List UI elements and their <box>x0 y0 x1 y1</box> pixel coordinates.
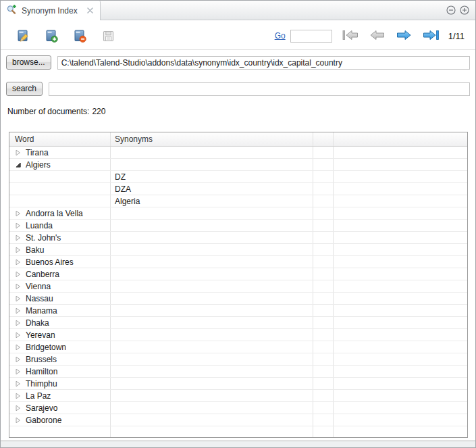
word-cell[interactable]: St. John's <box>9 232 111 243</box>
browse-button[interactable]: browse... <box>6 55 51 70</box>
table-row[interactable]: Buenos Aires <box>9 256 467 268</box>
table-row[interactable]: Gaborone <box>9 414 467 426</box>
expand-toggle-icon[interactable] <box>15 405 22 412</box>
table-row[interactable]: Algeria <box>9 195 467 207</box>
synonym-cell[interactable]: Algeria <box>111 195 313 207</box>
table-row[interactable]: Luanda <box>9 220 467 232</box>
expand-toggle-icon[interactable] <box>15 259 22 266</box>
word-cell[interactable]: Dhaka <box>9 317 111 328</box>
table-row[interactable]: Baku <box>9 244 467 256</box>
extra-cell <box>334 378 467 389</box>
add-document-icon[interactable] <box>45 29 59 43</box>
expand-toggle-icon[interactable] <box>15 332 22 339</box>
word-cell[interactable]: Sarajevo <box>9 402 111 414</box>
expand-toggle-icon[interactable] <box>15 149 22 156</box>
word-cell[interactable]: Andorra la Vella <box>9 207 111 219</box>
extra-cell <box>313 159 334 170</box>
column-header-synonyms[interactable]: Synonyms <box>111 132 313 146</box>
word-cell[interactable]: Manama <box>9 305 111 316</box>
table-row[interactable]: Algiers <box>9 159 467 171</box>
column-header-4[interactable] <box>334 132 467 146</box>
expand-toggle-icon[interactable] <box>15 320 22 326</box>
expand-toggle-icon[interactable] <box>15 344 22 351</box>
table-row[interactable]: Dhaka <box>9 317 467 329</box>
save-icon[interactable] <box>101 29 115 43</box>
synonym-label: DZ <box>115 172 126 182</box>
expand-toggle-icon[interactable] <box>15 295 22 302</box>
word-cell[interactable]: Algiers <box>9 159 111 170</box>
word-cell[interactable]: Luanda <box>9 220 111 231</box>
table-row[interactable]: Nassau <box>9 293 467 305</box>
expand-toggle-icon[interactable] <box>15 417 22 424</box>
table-row[interactable]: St. John's <box>9 232 467 244</box>
expand-toggle-icon[interactable] <box>15 283 22 290</box>
word-cell[interactable]: Canberra <box>9 268 111 280</box>
column-header-word[interactable]: Word <box>9 132 111 146</box>
previous-page-icon[interactable] <box>370 30 385 43</box>
column-header-3[interactable] <box>313 132 334 146</box>
word-cell[interactable]: Gaborone <box>9 414 111 426</box>
table-row[interactable]: La Paz <box>9 390 467 402</box>
synonym-cell[interactable]: DZA <box>111 183 313 195</box>
expand-toggle-icon[interactable] <box>15 393 22 399</box>
table-row[interactable]: Canberra <box>9 268 467 280</box>
expand-toggle-icon[interactable] <box>15 234 22 241</box>
word-cell[interactable]: Baku <box>9 244 111 255</box>
search-input[interactable] <box>49 82 470 96</box>
extra-cell <box>334 171 467 182</box>
word-cell[interactable]: Thimphu <box>9 378 111 389</box>
table-row[interactable]: Bridgetown <box>9 341 467 353</box>
first-page-icon[interactable] <box>342 30 359 43</box>
word-cell[interactable]: La Paz <box>9 390 111 401</box>
search-button[interactable]: search <box>6 82 43 96</box>
table-row[interactable]: Hamilton <box>9 366 467 378</box>
table-row[interactable]: Vienna <box>9 280 467 293</box>
table-row[interactable]: Sarajevo <box>9 402 467 414</box>
table-row[interactable] <box>9 426 467 437</box>
table-row[interactable]: Andorra la Vella <box>9 207 467 220</box>
table-row[interactable]: DZA <box>9 183 467 195</box>
word-cell[interactable]: Hamilton <box>9 366 111 377</box>
extra-cell <box>334 195 467 207</box>
word-label: Nassau <box>26 294 53 303</box>
table-row[interactable]: DZ <box>9 171 467 183</box>
collapse-toggle-icon[interactable] <box>15 161 22 168</box>
edit-index-icon[interactable] <box>16 29 30 43</box>
remove-document-icon[interactable] <box>73 29 87 43</box>
expand-toggle-icon[interactable] <box>15 210 22 217</box>
word-cell[interactable]: Tirana <box>9 147 111 158</box>
maximize-view-icon[interactable] <box>460 5 469 15</box>
synonym-cell[interactable]: DZ <box>111 171 313 182</box>
expand-toggle-icon[interactable] <box>15 247 22 253</box>
go-page-input[interactable] <box>290 30 332 43</box>
go-link[interactable]: Go <box>275 31 286 41</box>
next-page-icon[interactable] <box>396 30 411 43</box>
expand-toggle-icon[interactable] <box>15 271 22 278</box>
expand-toggle-icon[interactable] <box>15 307 22 314</box>
expand-toggle-icon[interactable] <box>15 380 22 387</box>
minimize-view-icon[interactable] <box>446 5 456 15</box>
table-row[interactable]: Yerevan <box>9 329 467 341</box>
synonym-cell <box>111 378 313 389</box>
tab-synonym-index[interactable]: Synonym Index <box>1 1 101 20</box>
expand-toggle-icon[interactable] <box>15 356 22 363</box>
close-icon[interactable] <box>86 7 94 14</box>
index-path-input[interactable] <box>57 56 470 70</box>
table-row[interactable]: Thimphu <box>9 378 467 390</box>
table-row[interactable]: Tirana <box>9 147 467 159</box>
table-row[interactable]: Manama <box>9 305 467 317</box>
synonym-search-icon <box>6 4 17 17</box>
extra-cell <box>313 232 334 243</box>
expand-toggle-icon[interactable] <box>15 368 22 375</box>
word-cell[interactable]: Brussels <box>9 353 111 365</box>
table-row[interactable]: Brussels <box>9 353 467 366</box>
word-cell[interactable]: Nassau <box>9 293 111 304</box>
word-cell[interactable]: Bridgetown <box>9 341 111 353</box>
word-cell[interactable]: Yerevan <box>9 329 111 341</box>
word-cell[interactable]: Buenos Aires <box>9 256 111 268</box>
extra-cell <box>313 426 334 437</box>
word-cell[interactable]: Vienna <box>9 280 111 292</box>
last-page-icon[interactable] <box>423 30 439 43</box>
expand-toggle-icon[interactable] <box>15 222 22 229</box>
extra-cell <box>334 293 467 304</box>
